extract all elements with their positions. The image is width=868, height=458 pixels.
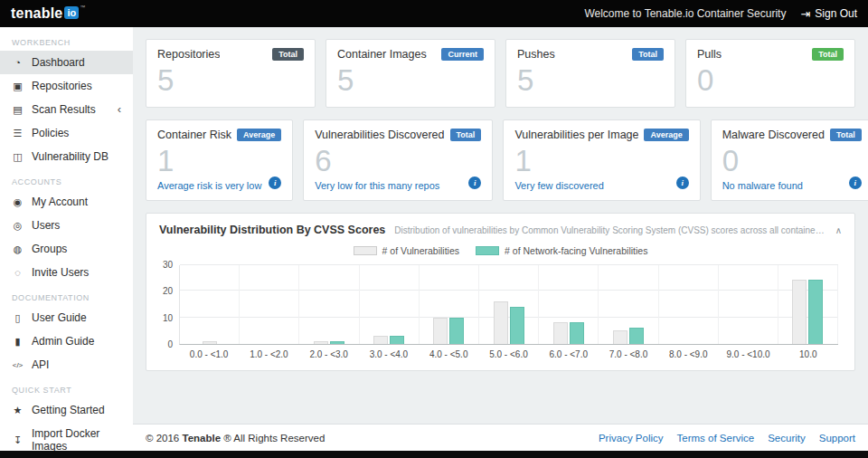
sidebar-item-scan-results[interactable]: ▤ Scan Results ‹ [0, 98, 133, 121]
footer-brand: Tenable [182, 433, 221, 444]
bar-group [479, 265, 539, 344]
sidebar-item-label: Groups [32, 243, 67, 255]
welcome-text: Welcome to Tenable.io Container Security [584, 7, 786, 20]
sidebar-item-label: User Guide [32, 311, 87, 324]
sidebar-item-user-guide[interactable]: ▯ User Guide [0, 306, 133, 329]
stat-card-malware-discovered: Malware Discovered Total 0 No malware fo… [711, 119, 868, 201]
import-docker-images-icon: ↧ [12, 434, 24, 446]
tenable-io-logo[interactable]: tenable io ™ [11, 5, 85, 23]
sidebar-item-users[interactable]: ◎ Users [0, 214, 133, 237]
sidebar-item-label: Getting Started [32, 404, 105, 416]
user-guide-icon: ▯ [12, 312, 24, 324]
info-icon[interactable]: i [849, 177, 862, 189]
sidebar-item-groups[interactable]: ◍ Groups [0, 237, 133, 261]
legend-item-vulnerabilities[interactable]: # of Vulnerabilities [354, 245, 459, 256]
footer: © 2016 Tenable ® All Rights Reserved Pri… [133, 424, 868, 451]
card-title: Pulls [697, 48, 722, 61]
collapse-chevron-icon[interactable]: ∧ [835, 225, 842, 235]
total-badge: Total [450, 129, 482, 141]
sidebar: WORKBENCH ◔ Dashboard ▣ Repositories ▤ S… [0, 27, 133, 451]
policies-icon: ☰ [12, 128, 24, 139]
sidebar-item-label: Import Docker Images [32, 427, 121, 451]
dashboard-icon: ◔ [12, 57, 24, 68]
vulnerabilities-bar [433, 318, 448, 344]
stat-card-pulls: Pulls Total 0 [685, 39, 855, 108]
chart-area: 0102030 0.0 - <1.01.0 - <2.02.0 - <3.03.… [146, 265, 854, 370]
window-bottom-edge [0, 451, 868, 458]
y-axis-tick-label: 30 [163, 260, 173, 270]
legend-item-network-facing-vulnerabilities[interactable]: # of Network-facing Vulnerabilities [476, 245, 647, 256]
y-axis-tick-label: 20 [163, 286, 173, 296]
main-area: Repositories Total 5 Container Images Cu… [133, 27, 868, 451]
sidebar-section-quick-start: QUICK START [0, 377, 133, 398]
average-badge: Average [237, 129, 281, 141]
sidebar-item-label: Invite Users [32, 266, 89, 279]
bar-group [539, 265, 599, 344]
sidebar-section-accounts: ACCOUNTS [0, 168, 133, 190]
link-privacy-policy[interactable]: Privacy Policy [599, 433, 664, 444]
x-axis-label: 5.0 - <6.0 [478, 349, 538, 359]
metric-value: 1 [157, 144, 261, 178]
metric-value: 5 [157, 63, 304, 98]
x-axis-label: 2.0 - <3.0 [299, 349, 359, 359]
network-facing-vulnerabilities-bar [449, 318, 464, 344]
sidebar-item-label: Vulnerability DB [32, 150, 108, 163]
info-icon[interactable]: i [676, 177, 689, 189]
metric-value: 6 [315, 144, 439, 178]
footer-links: Privacy Policy Terms of Service Security… [599, 433, 855, 444]
y-axis-tick-label: 0 [167, 339, 173, 349]
bar-group [659, 265, 719, 344]
legend-label: # of Network-facing Vulnerabilities [505, 245, 647, 256]
chevron-left-icon: ‹ [118, 105, 121, 114]
link-terms-of-service[interactable]: Terms of Service [677, 433, 755, 444]
x-axis-label: 9.0 - <10.0 [718, 349, 778, 359]
stat-card-container-images: Container Images Current 5 [326, 39, 495, 108]
x-axis-label: 3.0 - <4.0 [359, 349, 419, 359]
sidebar-item-vulnerability-db[interactable]: ◫ Vulnerability DB [0, 145, 133, 168]
legend-swatch-teal [476, 246, 499, 255]
sidebar-item-getting-started[interactable]: ★ Getting Started [0, 398, 133, 422]
groups-icon: ◍ [12, 243, 24, 255]
current-badge: Current [441, 48, 484, 61]
network-facing-vulnerabilities-bar [570, 322, 584, 343]
link-security[interactable]: Security [768, 433, 806, 444]
vulnerabilities-bar [613, 330, 627, 344]
sidebar-item-label: Admin Guide [32, 335, 94, 348]
logo-io-badge: io [64, 6, 79, 19]
metric-value: 1 [514, 144, 603, 178]
sidebar-item-repositories[interactable]: ▣ Repositories [0, 74, 133, 98]
link-support[interactable]: Support [819, 433, 855, 444]
stat-card-container-risk: Container Risk Average 1 Average risk is… [146, 119, 293, 201]
sidebar-item-policies[interactable]: ☰ Policies [0, 121, 133, 145]
sidebar-item-dashboard[interactable]: ◔ Dashboard [0, 51, 133, 74]
stats-row-2: Container Risk Average 1 Average risk is… [146, 119, 855, 201]
network-facing-vulnerabilities-bar [330, 341, 344, 344]
card-title: Vulnerabilities per Image [514, 129, 638, 141]
sidebar-item-label: API [32, 358, 49, 371]
vulnerabilities-bar [553, 322, 568, 343]
chart-plot [179, 265, 838, 345]
stat-card-vulnerabilities-per-image: Vulnerabilities per Image Average 1 Very… [503, 119, 700, 201]
api-icon: </> [12, 361, 24, 369]
repositories-icon: ▣ [12, 81, 24, 92]
sidebar-item-my-account[interactable]: ◉ My Account [0, 190, 133, 214]
info-icon[interactable]: i [468, 177, 481, 189]
chart-description: Distribution of vulnerabilities by Commo… [394, 225, 826, 235]
scan-results-icon: ▤ [12, 104, 24, 116]
stat-card-pushes: Pushes Total 5 [505, 39, 675, 108]
vulnerabilities-bar [373, 336, 388, 344]
sidebar-item-label: Scan Results [32, 103, 96, 116]
legend-swatch-gray [354, 246, 377, 255]
invite-users-icon: ◌ [12, 267, 24, 278]
chart-legend: # of Vulnerabilities # of Network-facing… [146, 245, 854, 256]
sidebar-item-admin-guide[interactable]: ▮ Admin Guide [0, 329, 133, 353]
sidebar-item-import-docker-images[interactable]: ↧ Import Docker Images [0, 422, 133, 451]
bar-group [420, 265, 479, 344]
sign-out-button[interactable]: ⇥ Sign Out [800, 7, 857, 21]
sidebar-item-label: My Account [32, 196, 88, 208]
network-facing-vulnerabilities-bar [510, 307, 524, 344]
sidebar-section-workbench: WORKBENCH [0, 29, 133, 51]
sidebar-item-api[interactable]: </> API [0, 353, 133, 377]
info-icon[interactable]: i [269, 177, 281, 189]
sidebar-item-invite-users[interactable]: ◌ Invite Users [0, 261, 133, 284]
